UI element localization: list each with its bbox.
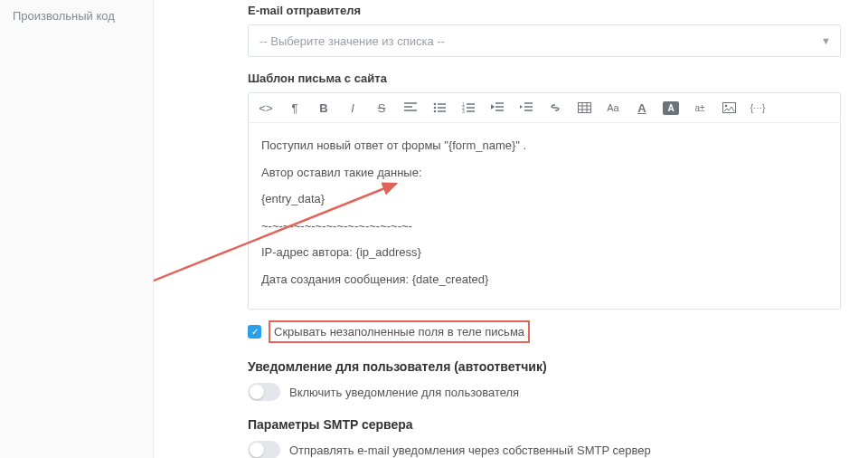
smtp-toggle[interactable]: [248, 441, 280, 458]
svg-point-9: [724, 105, 727, 108]
sender-email-select[interactable]: -- Выберите значение из списка -- ▼: [248, 24, 841, 57]
smtp-toggle-label: Отправлять e-mail уведомления через собс…: [289, 444, 651, 457]
italic-icon[interactable]: I: [344, 100, 361, 116]
sidebar: Произвольный код: [0, 0, 154, 458]
font-size-icon[interactable]: Aa: [605, 100, 621, 116]
font-color-icon[interactable]: A: [634, 100, 650, 116]
autoresponder-toggle-label: Включить уведомление для пользователя: [289, 386, 519, 399]
template-line: Поступил новый ответ от формы "{form_nam…: [261, 138, 827, 154]
template-line: Автор оставил такие данные:: [261, 165, 827, 181]
subscript-icon[interactable]: a±: [692, 100, 708, 116]
template-line: {entry_data}: [261, 191, 827, 207]
bold-icon[interactable]: B: [316, 100, 332, 116]
image-icon[interactable]: [721, 100, 737, 116]
outdent-icon[interactable]: [489, 100, 505, 116]
code-icon[interactable]: <>: [258, 100, 274, 116]
smtp-toggle-row: Отправлять e-mail уведомления через собс…: [248, 441, 841, 458]
main-content: E-mail отправителя -- Выберите значение …: [154, 0, 868, 458]
strike-icon[interactable]: S: [373, 100, 390, 116]
editor-toolbar: <> ¶ B I S 123 Aa A A a± {⋯}: [249, 93, 840, 123]
list-ol-icon[interactable]: 123: [460, 100, 476, 116]
svg-point-1: [434, 103, 437, 106]
svg-point-2: [434, 107, 437, 110]
svg-point-3: [434, 110, 437, 113]
chevron-down-icon: ▼: [821, 35, 831, 46]
table-icon[interactable]: [576, 100, 592, 116]
sidebar-item-custom-code[interactable]: Произвольный код: [0, 2, 153, 30]
svg-rect-7: [578, 103, 590, 113]
list-ul-icon[interactable]: [431, 100, 448, 116]
indent-icon[interactable]: [518, 100, 534, 116]
autoresponder-toggle[interactable]: [248, 383, 280, 401]
template-line: ~-~-~-~-~-~-~-~-~-~-~-~-~-~-: [261, 218, 827, 234]
select-placeholder: -- Выберите значение из списка --: [259, 34, 445, 48]
template-line: IP-адрес автора: {ip_address}: [261, 244, 827, 261]
hide-empty-row: ✓ Скрывать незаполненные поля в теле пис…: [248, 320, 841, 343]
email-template-editor: <> ¶ B I S 123 Aa A A a± {⋯} Поступ: [248, 92, 841, 310]
autoresponder-title: Уведомление для пользователя (автоответч…: [248, 359, 841, 374]
hide-empty-checkbox[interactable]: ✓: [248, 325, 261, 339]
pilcrow-icon[interactable]: ¶: [287, 100, 303, 116]
align-icon[interactable]: [402, 100, 419, 116]
link-icon[interactable]: [547, 100, 563, 116]
autoresponder-toggle-row: Включить уведомление для пользователя: [248, 383, 841, 401]
template-line: Дата создания сообщения: {date_created}: [261, 272, 827, 288]
template-label: Шаблон письма с сайта: [248, 72, 841, 85]
smtp-title: Параметры SMTP сервера: [248, 417, 841, 432]
sender-email-label: E-mail отправителя: [248, 4, 841, 17]
svg-text:3: 3: [462, 109, 465, 113]
hide-empty-label: Скрывать незаполненные поля в теле письм…: [269, 320, 530, 343]
bg-color-icon[interactable]: A: [663, 101, 679, 115]
editor-body[interactable]: Поступил новый ответ от формы "{form_nam…: [249, 123, 840, 309]
braces-icon[interactable]: {⋯}: [750, 100, 766, 116]
